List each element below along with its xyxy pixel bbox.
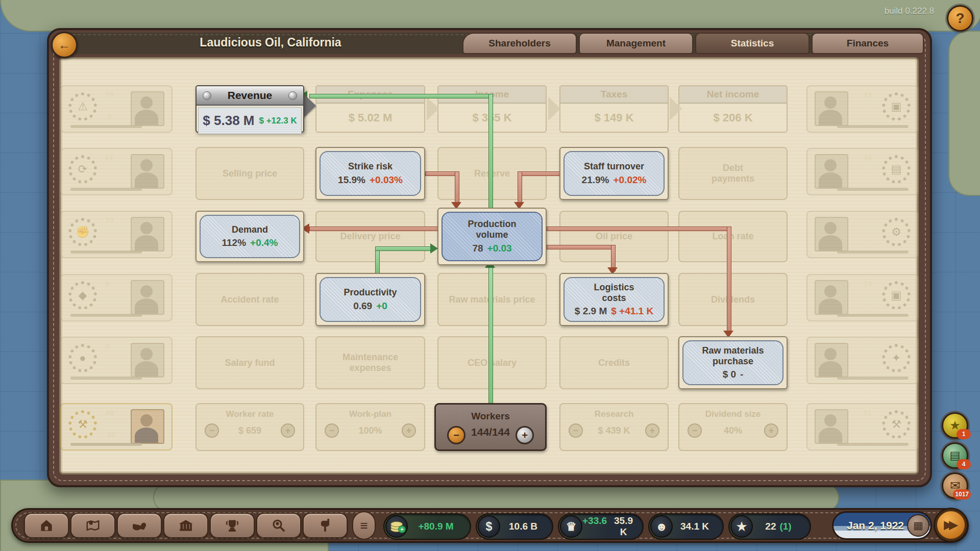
mailbox-button[interactable] bbox=[303, 513, 348, 538]
box-title: Staff turnover bbox=[584, 161, 644, 172]
box-title: Maintenance expenses bbox=[336, 352, 405, 373]
workers-minus-button[interactable]: − bbox=[447, 426, 465, 444]
productivity-box[interactable]: Productivity 0.69+0 bbox=[315, 273, 425, 326]
manager-card: ✊ 70 bbox=[60, 211, 173, 258]
minus-icon: − bbox=[453, 430, 459, 441]
card-level: 73 bbox=[863, 279, 872, 288]
box-value: 100% bbox=[358, 425, 382, 436]
portrait bbox=[815, 409, 848, 444]
box-delta: $ +41.1 K bbox=[611, 306, 653, 317]
plus-button[interactable]: + bbox=[764, 423, 778, 438]
card-level: 51 bbox=[863, 408, 872, 417]
manager-card: 43 ▣ bbox=[806, 85, 919, 133]
accident-rate-box: Accident rate bbox=[195, 273, 304, 326]
achievements-notification-button[interactable]: ★ 1 bbox=[942, 412, 968, 439]
plus-button[interactable]: + bbox=[402, 423, 416, 438]
head-icon: ☻ bbox=[650, 515, 673, 538]
plus-button[interactable]: + bbox=[281, 423, 295, 438]
minus-button[interactable]: − bbox=[205, 423, 219, 438]
dollar-glyph: $ bbox=[486, 520, 493, 534]
stars-indicator: ★ 22(1) bbox=[728, 513, 811, 540]
portrait bbox=[131, 343, 164, 378]
staff-turnover-box[interactable]: Staff turnover 21.9%+0.02% bbox=[559, 147, 669, 200]
expenses-box: Expenses $ 5.02 M bbox=[315, 85, 425, 133]
government-button[interactable] bbox=[163, 513, 208, 538]
achievements-button[interactable] bbox=[210, 513, 255, 538]
card-level: 3 bbox=[105, 342, 109, 350]
cash-flow-value: +80.9 M bbox=[418, 521, 453, 532]
notification-badge: 4 bbox=[957, 459, 971, 469]
box-title: Loan rate bbox=[712, 231, 753, 242]
minus-button[interactable]: − bbox=[325, 423, 339, 438]
magnifier-icon bbox=[270, 518, 287, 533]
production-volume-box[interactable]: Production volume 78+0.03 bbox=[437, 208, 547, 265]
progress-bar bbox=[837, 251, 909, 254]
box-value: 15.9% bbox=[338, 174, 365, 186]
screw-icon bbox=[203, 91, 211, 100]
headquarters-button[interactable] bbox=[24, 513, 69, 538]
minus-button[interactable]: − bbox=[569, 423, 583, 438]
menu-button[interactable]: ≡ bbox=[352, 511, 376, 540]
end-turn-button[interactable]: ▶▶ bbox=[935, 509, 967, 541]
back-button[interactable]: ← bbox=[51, 32, 78, 58]
pipe-production-to-raw-materials bbox=[727, 227, 731, 334]
screw-icon bbox=[288, 91, 297, 100]
strike-risk-box[interactable]: Strike risk 15.9%+0.03% bbox=[315, 147, 425, 200]
crown-glyph: ♛ bbox=[566, 520, 577, 534]
company-title: Laudicious Oil, California bbox=[168, 36, 373, 49]
news-notification-button[interactable]: ▤ 4 bbox=[942, 442, 968, 469]
minus-icon: − bbox=[329, 425, 335, 436]
revenue-box[interactable]: Revenue $ 5.38 M $ +12.3 K bbox=[195, 85, 304, 133]
debt-payments-box: Debt payments bbox=[678, 147, 788, 200]
box-delta: +0.02% bbox=[613, 174, 646, 186]
box-value: 40% bbox=[724, 425, 742, 436]
progress-bar bbox=[70, 125, 142, 128]
card-level: 61 bbox=[105, 153, 114, 162]
tab-shareholders[interactable]: Shareholders bbox=[462, 33, 577, 54]
portrait bbox=[815, 280, 848, 315]
box-delta: - bbox=[740, 369, 743, 380]
workers-plus-button[interactable]: + bbox=[516, 426, 534, 444]
pipe-staff-turnover bbox=[518, 171, 560, 176]
head-glyph: ☻ bbox=[655, 520, 668, 534]
truck-gear-icon: ▣ bbox=[882, 92, 911, 121]
flow-arrow bbox=[670, 97, 682, 120]
demand-box[interactable]: Demand 112%+0.4% bbox=[195, 211, 304, 262]
loan-rate-box: Loan rate bbox=[678, 211, 788, 262]
box-title: Work-plan bbox=[316, 409, 424, 419]
progress-bar bbox=[837, 125, 909, 128]
card-level: 70 bbox=[105, 216, 114, 224]
help-button[interactable]: ? bbox=[947, 5, 973, 32]
raw-materials-purchase-box[interactable]: Raw materials purchase $ 0- bbox=[678, 336, 788, 389]
workers-box[interactable]: Workers 144/144 − + bbox=[434, 403, 547, 451]
tab-management[interactable]: Management bbox=[579, 33, 693, 54]
bull-bear-icon bbox=[131, 518, 148, 533]
portrait bbox=[131, 280, 164, 315]
influence-indicator: ♛ +33.635.9 K bbox=[558, 513, 644, 540]
box-title: Salary fund bbox=[225, 358, 275, 368]
manager-card: ⚠ 79 0 bbox=[60, 85, 173, 133]
tab-statistics[interactable]: Statistics bbox=[695, 33, 810, 54]
portrait bbox=[131, 409, 164, 444]
card-sub-level: 0 bbox=[107, 113, 111, 121]
box-delta: +0.03 bbox=[487, 243, 512, 254]
map-pin-icon bbox=[84, 518, 102, 533]
build-version: build 0.222.8 bbox=[837, 6, 934, 16]
dividends-box: Dividends bbox=[678, 273, 788, 326]
cash-indicator: $ 10.6 B bbox=[476, 513, 553, 540]
progress-bar bbox=[837, 443, 909, 446]
star-glyph: ★ bbox=[737, 520, 747, 534]
minus-button[interactable]: − bbox=[688, 423, 702, 438]
stock-market-button[interactable] bbox=[117, 513, 162, 538]
pipe-production-to-demand bbox=[309, 227, 438, 231]
logistics-costs-box[interactable]: Logistics costs $ 2.9 M$ +41.1 K bbox=[559, 273, 669, 326]
map-button[interactable] bbox=[70, 513, 115, 538]
box-value: 21.9% bbox=[582, 174, 609, 186]
calendar-button[interactable]: ▦ bbox=[907, 514, 929, 537]
search-people-button[interactable] bbox=[256, 513, 301, 538]
progress-bar bbox=[70, 377, 142, 380]
plus-button[interactable]: + bbox=[645, 423, 659, 438]
pipe-workers-to-production bbox=[488, 267, 493, 405]
tab-finances[interactable]: Finances bbox=[812, 33, 924, 54]
mail-notification-button[interactable]: ✉ 1017 bbox=[942, 472, 968, 499]
